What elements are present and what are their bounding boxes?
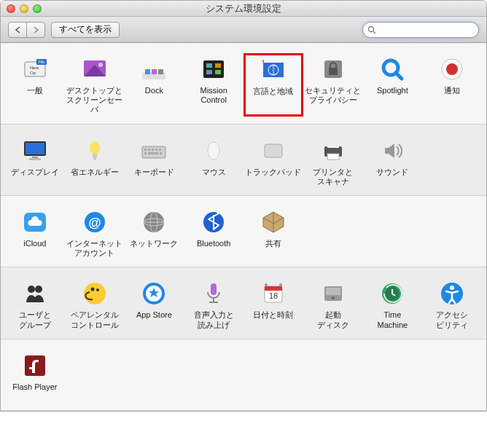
svg-rect-44	[160, 152, 162, 154]
parental-icon	[80, 279, 109, 308]
pref-displays[interactable]: ディスプレイ	[5, 135, 65, 188]
chevron-left-icon	[15, 26, 21, 34]
pref-bluetooth[interactable]: Bluetooth	[184, 206, 244, 259]
pref-icloud[interactable]: iCloud	[5, 206, 65, 259]
svg-rect-14	[203, 60, 224, 78]
general-icon: FileNewOp	[20, 55, 50, 84]
pref-dock[interactable]: Dock	[125, 53, 184, 117]
mission-icon	[199, 55, 228, 84]
svg-text:File: File	[39, 60, 44, 64]
pref-row-2: iCloud@インターネット アカウントネットワークBluetooth共有	[1, 196, 486, 267]
datetime-icon: 18	[259, 279, 288, 308]
flash-icon	[20, 351, 50, 380]
pref-label: ネットワーク	[130, 239, 178, 258]
pref-general[interactable]: FileNewOp一般	[5, 53, 65, 117]
svg-rect-48	[327, 142, 339, 148]
internet-icon: @	[80, 208, 109, 237]
show-all-button[interactable]: すべてを表示	[51, 22, 120, 38]
sound-icon	[378, 136, 407, 165]
pref-spotlight[interactable]: Spotlight	[363, 53, 423, 117]
svg-rect-17	[206, 70, 212, 74]
pref-mouse[interactable]: マウス	[184, 135, 244, 188]
pref-printers[interactable]: プリンタと スキャナ	[303, 135, 363, 188]
svg-rect-23	[329, 68, 338, 75]
sharing-icon	[259, 208, 288, 237]
pref-timemachine[interactable]: Time Machine	[363, 278, 423, 331]
pref-internet[interactable]: @インターネット アカウント	[65, 206, 125, 259]
pref-parental[interactable]: ペアレンタル コントロール	[65, 278, 125, 331]
pref-label: トラックパッド	[245, 168, 301, 186]
svg-rect-16	[215, 63, 221, 68]
accessibility-icon	[437, 279, 467, 308]
displays-icon	[20, 136, 50, 165]
svg-rect-12	[152, 69, 157, 74]
pref-appstore[interactable]: App Store	[125, 278, 184, 331]
timemachine-icon	[378, 279, 407, 308]
svg-rect-30	[32, 157, 38, 158]
svg-rect-11	[145, 69, 150, 74]
svg-rect-42	[144, 152, 147, 154]
pref-label: App Store	[136, 310, 172, 329]
pref-desktop[interactable]: デスクトップと スクリーンセーバ	[65, 53, 125, 117]
pref-network[interactable]: ネットワーク	[125, 206, 184, 259]
forward-button[interactable]	[26, 22, 45, 38]
pref-flash[interactable]: Flash Player	[5, 350, 65, 403]
svg-rect-43	[148, 152, 158, 154]
search-icon	[367, 25, 376, 34]
svg-text:@: @	[88, 216, 101, 230]
pref-label: 言語と地域	[253, 87, 293, 106]
svg-point-45	[208, 142, 219, 160]
pref-label: 共有	[265, 239, 281, 258]
pref-users[interactable]: ユーザと グループ	[5, 278, 65, 331]
dock-icon	[139, 55, 168, 84]
pref-accessibility[interactable]: アクセシ ビリティ	[422, 278, 482, 331]
startup-icon	[319, 279, 348, 308]
svg-rect-38	[148, 149, 150, 151]
pref-keyboard[interactable]: キーボード	[125, 135, 184, 188]
desktop-icon	[80, 55, 109, 84]
pref-sound[interactable]: サウンド	[363, 135, 423, 188]
close-button[interactable]	[7, 4, 15, 13]
pref-label: デスクトップと スクリーンセーバ	[66, 86, 123, 115]
pref-label: サウンド	[376, 168, 408, 186]
pref-label: プリンタと スキャナ	[313, 168, 353, 186]
pref-label: Bluetooth	[197, 239, 230, 258]
pref-security[interactable]: セキュリティと プライバシー	[303, 53, 363, 117]
pref-notifications[interactable]: 通知	[422, 53, 482, 117]
toolbar: すべてを表示	[1, 17, 486, 43]
pref-language[interactable]: 言語と地域	[244, 53, 303, 117]
pref-label: 音声入力と 読み上げ	[194, 310, 234, 329]
chevron-right-icon	[33, 26, 39, 34]
pref-trackpad[interactable]: トラックパッド	[244, 135, 303, 188]
pref-datetime[interactable]: 18日付と時刻	[244, 278, 303, 331]
minimize-button[interactable]	[20, 4, 28, 13]
dictation-icon	[199, 279, 228, 308]
back-button[interactable]	[8, 22, 27, 38]
pref-energy[interactable]: 省エネルギー	[65, 135, 125, 188]
pref-label: 起動 ディスク	[317, 310, 349, 329]
pref-label: ユーザと グループ	[19, 310, 51, 329]
search-input[interactable]	[379, 25, 487, 35]
zoom-button[interactable]	[33, 4, 42, 13]
pref-dictation[interactable]: 音声入力と 読み上げ	[184, 278, 244, 331]
svg-point-32	[90, 141, 100, 154]
pref-label: ディスプレイ	[11, 168, 59, 186]
pref-mission[interactable]: Mission Control	[184, 53, 244, 117]
svg-rect-15	[206, 63, 212, 68]
trackpad-icon	[259, 136, 288, 165]
pref-label: ペアレンタル コントロール	[71, 310, 119, 329]
svg-point-59	[35, 286, 42, 293]
svg-line-25	[396, 73, 402, 79]
keyboard-icon	[139, 136, 168, 165]
search-field[interactable]	[362, 22, 479, 38]
svg-rect-28	[25, 142, 45, 155]
pref-sharing[interactable]: 共有	[244, 206, 303, 259]
pref-label: アクセシ ビリティ	[436, 310, 468, 329]
pref-label: Spotlight	[377, 86, 408, 105]
pref-label: インターネット アカウント	[66, 239, 122, 258]
pref-row-4: Flash Player	[1, 339, 486, 411]
pref-startup[interactable]: 起動 ディスク	[303, 278, 363, 331]
pref-label: キーボード	[134, 168, 174, 186]
energy-icon	[80, 136, 109, 165]
spotlight-icon	[378, 55, 407, 84]
